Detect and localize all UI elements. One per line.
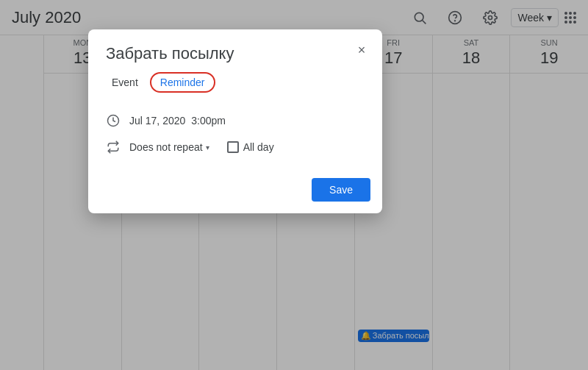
datetime-content: Jul 17, 2020 3:00pm [129, 115, 226, 127]
all-day-row: All day [227, 141, 274, 153]
close-button[interactable]: × [350, 38, 373, 62]
event-time[interactable]: 3:00pm [191, 115, 226, 127]
all-day-label: All day [243, 141, 274, 153]
repeat-chevron: ▾ [206, 143, 209, 152]
event-dialog: Забрать посылку × Event Reminder Jul 17,… [88, 29, 382, 213]
repeat-content: Does not repeat ▾ All day [129, 141, 274, 153]
dialog-header: Забрать посылку × [88, 29, 382, 69]
dialog-title: Забрать посылку [106, 44, 365, 63]
repeat-selector[interactable]: Does not repeat ▾ [129, 141, 209, 153]
all-day-checkbox[interactable] [227, 141, 239, 153]
dialog-footer: Save [88, 172, 382, 213]
close-icon: × [358, 43, 366, 58]
repeat-label: Does not repeat [129, 141, 203, 153]
save-button[interactable]: Save [312, 178, 370, 202]
clock-icon [106, 113, 121, 128]
datetime-row: Jul 17, 2020 3:00pm [106, 107, 365, 134]
repeat-row: Does not repeat ▾ All day [106, 134, 365, 160]
event-date[interactable]: Jul 17, 2020 [129, 115, 185, 127]
dialog-tabs: Event Reminder [88, 69, 382, 102]
dialog-body: Jul 17, 2020 3:00pm Does not repeat ▾ [88, 102, 382, 172]
tab-reminder[interactable]: Reminder [150, 72, 215, 93]
tab-event[interactable]: Event [106, 74, 144, 91]
repeat-icon [106, 140, 121, 154]
